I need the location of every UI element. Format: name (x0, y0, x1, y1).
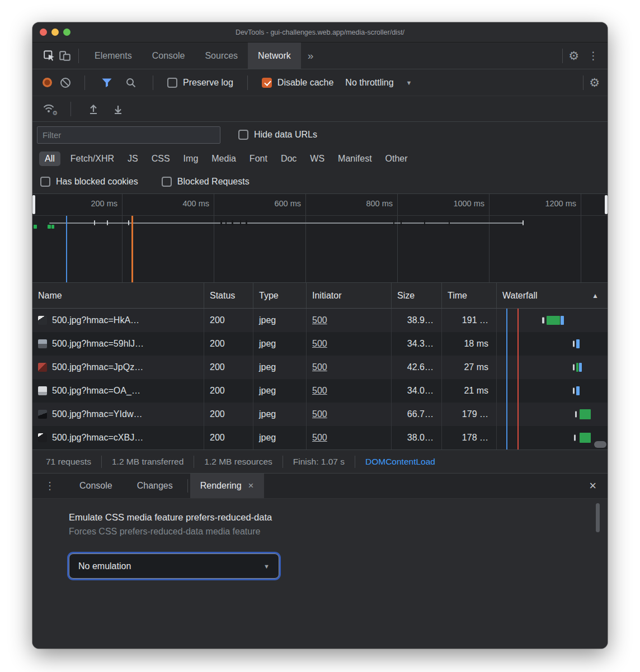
request-waterfall (497, 403, 608, 426)
table-row[interactable]: 500.jpg?hmac=JpQz… 200 jpeg 500 42.6… 27… (32, 356, 608, 379)
table-row[interactable]: 500.jpg?hmac=59hlJ… 200 jpeg 500 34.3… 1… (32, 332, 608, 356)
request-status: 200 (204, 356, 253, 379)
toolbar-divider (562, 49, 563, 63)
customize-menu-icon[interactable]: ⋮ (579, 49, 608, 62)
tab-elements[interactable]: Elements (84, 42, 142, 69)
preserve-log-group: Preserve log (167, 78, 233, 88)
network-toolbar: Preserve log Disable cache No throttling… (32, 69, 608, 96)
request-name: 500.jpg?hmac=HkA… (52, 315, 139, 325)
preserve-log-label: Preserve log (183, 78, 233, 88)
filter-input[interactable] (37, 126, 220, 144)
overview-right-handle[interactable] (605, 195, 608, 214)
hide-data-urls-checkbox[interactable] (238, 130, 248, 140)
throttling-value: No throttling (345, 78, 393, 88)
file-thumbnail (38, 410, 47, 419)
filter-pill-ws[interactable]: WS (307, 152, 328, 166)
tab-close-icon[interactable]: × (248, 480, 254, 491)
prefers-reduced-data-select[interactable]: No emulation ▼ (69, 553, 279, 579)
blocked-requests-label: Blocked Requests (177, 177, 250, 187)
throttling-dropdown[interactable]: No throttling ▼ (345, 78, 412, 88)
filter-pill-font[interactable]: Font (246, 152, 271, 166)
drawer-tab-console[interactable]: Console (67, 474, 125, 498)
record-network-log-icon[interactable] (43, 78, 52, 87)
waterfall-header-label: Waterfall (502, 291, 538, 301)
request-size: 34.3… (392, 332, 442, 356)
tab-sources[interactable]: Sources (195, 42, 248, 69)
request-size: 38.0… (392, 426, 442, 449)
filter-pill-img[interactable]: Img (180, 152, 202, 166)
drawer-scrollbar-thumb[interactable] (596, 503, 600, 532)
drawer-close-icon[interactable]: × (578, 479, 608, 493)
filter-row: Hide data URLs (32, 122, 608, 148)
filter-pill-manifest[interactable]: Manifest (335, 152, 375, 166)
filter-pill-all[interactable]: All (39, 152, 60, 166)
column-header-initiator[interactable]: Initiator (307, 283, 392, 308)
request-name: 500.jpg?hmac=OA_… (52, 386, 140, 396)
preserve-log-checkbox[interactable] (167, 78, 177, 88)
blocked-requests-checkbox[interactable] (162, 177, 172, 187)
initiator-link[interactable]: 500 (312, 409, 327, 419)
disable-cache-checkbox[interactable] (262, 78, 272, 88)
has-blocked-cookies-checkbox[interactable] (40, 177, 50, 187)
network-conditions-icon[interactable]: ⚙ (43, 103, 56, 115)
initiator-link[interactable]: 500 (312, 315, 327, 325)
network-settings-gear-icon[interactable]: ⚙ (589, 76, 600, 89)
request-waterfall (497, 309, 608, 332)
filter-pill-doc[interactable]: Doc (277, 152, 300, 166)
file-thumbnail (38, 316, 47, 325)
zoom-button[interactable] (63, 29, 70, 36)
initiator-link[interactable]: 500 (312, 433, 327, 443)
column-header-size[interactable]: Size (392, 283, 442, 308)
filter-pill-other[interactable]: Other (382, 152, 411, 166)
search-icon[interactable] (123, 75, 139, 91)
request-status: 200 (204, 426, 253, 449)
request-status: 200 (204, 332, 253, 356)
initiator-link[interactable]: 500 (312, 386, 327, 396)
toolbar-divider (153, 75, 153, 90)
column-header-status[interactable]: Status (204, 283, 253, 308)
drawer-tab-rendering[interactable]: Rendering × (190, 474, 264, 498)
request-time: 178 … (442, 426, 497, 449)
initiator-link[interactable]: 500 (312, 362, 327, 372)
table-scrollbar-thumb[interactable] (594, 441, 606, 448)
overview-left-handle[interactable] (32, 195, 35, 214)
sort-ascending-icon: ▲ (592, 292, 599, 300)
file-thumbnail (38, 339, 47, 348)
tab-network[interactable]: Network (248, 42, 301, 69)
drawer-menu-icon[interactable]: ⋮ (32, 480, 67, 492)
filter-funnel-icon[interactable] (99, 75, 115, 91)
domcontentloaded-stat: DOMContentLoad (355, 457, 435, 467)
drawer-tab-changes[interactable]: Changes (125, 474, 185, 498)
more-tabs-icon[interactable]: » (301, 50, 321, 62)
toolbar-divider (583, 75, 583, 90)
device-toolbar-icon[interactable] (57, 48, 73, 64)
request-status: 200 (204, 379, 253, 403)
tab-console[interactable]: Console (142, 42, 195, 69)
summary-bar: 71 requests 1.2 MB transferred 1.2 MB re… (32, 449, 608, 473)
export-har-icon[interactable] (110, 101, 126, 117)
settings-gear-icon[interactable]: ⚙ (568, 49, 579, 63)
filter-pill-media[interactable]: Media (208, 152, 239, 166)
column-header-waterfall[interactable]: Waterfall ▲ (497, 283, 608, 308)
table-row[interactable]: 500.jpg?hmac=YIdw… 200 jpeg 500 66.7… 17… (32, 403, 608, 426)
initiator-link[interactable]: 500 (312, 339, 327, 349)
chevron-down-icon: ▼ (406, 79, 412, 86)
request-name: 500.jpg?hmac=59hlJ… (52, 339, 144, 349)
filter-pill-css[interactable]: CSS (148, 152, 173, 166)
filter-pill-fetch-xhr[interactable]: Fetch/XHR (67, 152, 117, 166)
table-row[interactable]: 500.jpg?hmac=OA_… 200 jpeg 500 34.0… 21 … (32, 379, 608, 403)
hide-data-urls-label: Hide data URLs (254, 130, 317, 140)
table-row[interactable]: 500.jpg?hmac=HkA… 200 jpeg 500 38.9… 191… (32, 309, 608, 332)
column-header-time[interactable]: Time (442, 283, 497, 308)
column-header-type[interactable]: Type (253, 283, 307, 308)
inspect-element-icon[interactable] (41, 48, 57, 64)
filter-pill-js[interactable]: JS (124, 152, 142, 166)
minimize-button[interactable] (51, 29, 59, 36)
request-time: 27 ms (442, 356, 497, 379)
column-header-name[interactable]: Name (32, 283, 204, 308)
import-har-icon[interactable] (86, 101, 101, 117)
clear-network-log-icon[interactable] (60, 78, 70, 88)
timeline-overview[interactable]: 200 ms400 ms600 ms800 ms1000 ms1200 ms (32, 193, 608, 283)
close-button[interactable] (40, 29, 47, 36)
table-row[interactable]: 500.jpg?hmac=cXBJ… 200 jpeg 500 38.0… 17… (32, 426, 608, 449)
